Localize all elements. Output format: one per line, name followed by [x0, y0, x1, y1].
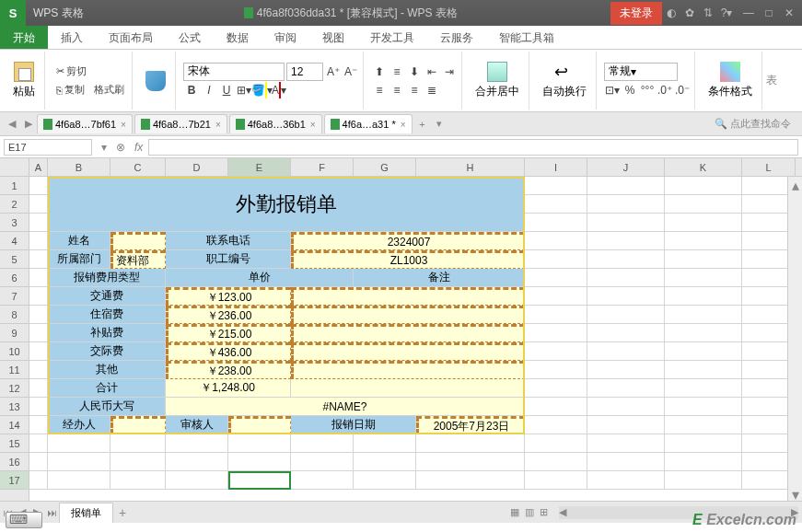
vscrollbar[interactable]: ▴ ▾	[787, 177, 802, 501]
indent-inc-button[interactable]: ⇥	[441, 64, 458, 80]
doctab-3[interactable]: 4f6a8…36b1×	[229, 114, 322, 133]
align-left-button[interactable]: ≡	[371, 82, 388, 98]
bold-button[interactable]: B	[183, 82, 200, 98]
label-sum[interactable]: 合计	[48, 379, 166, 398]
cell[interactable]	[29, 287, 48, 306]
cell[interactable]	[525, 250, 587, 269]
label-price[interactable]: 单价	[166, 269, 354, 287]
doctab-list[interactable]: ▾	[431, 118, 447, 130]
tab-view[interactable]: 视图	[309, 26, 357, 49]
col-I[interactable]: I	[525, 158, 587, 176]
label-t2[interactable]: 住宿费	[48, 306, 166, 324]
row-4[interactable]: 4	[0, 232, 29, 250]
align-top-button[interactable]: ⬆	[371, 64, 388, 80]
tab-dev[interactable]: 开发工具	[357, 26, 427, 49]
cell[interactable]	[587, 379, 665, 398]
close-icon[interactable]: ×	[401, 120, 406, 130]
close-icon[interactable]: ×	[215, 120, 221, 130]
cell[interactable]	[525, 471, 587, 490]
cell[interactable]	[354, 471, 416, 490]
label-t1[interactable]: 交通费	[48, 287, 166, 306]
cut-button[interactable]: ✂ 剪切	[52, 64, 90, 79]
cell[interactable]	[525, 398, 587, 416]
select-all-corner[interactable]	[0, 158, 29, 176]
doctab-next[interactable]: ▶	[20, 118, 37, 130]
help-icon[interactable]: ?▾	[717, 6, 736, 19]
col-C[interactable]: C	[110, 158, 166, 176]
skin-icon[interactable]: ◐	[662, 6, 680, 19]
close-button[interactable]: ✕	[780, 6, 798, 19]
cell[interactable]	[291, 453, 354, 471]
cell[interactable]	[665, 398, 742, 416]
cell[interactable]	[29, 471, 48, 490]
decrease-font-button[interactable]: A⁻	[343, 64, 359, 80]
cell[interactable]	[665, 232, 742, 250]
cell[interactable]	[525, 177, 587, 195]
tab-formula[interactable]: 公式	[166, 26, 214, 49]
cell[interactable]	[29, 195, 48, 214]
cell[interactable]	[110, 453, 166, 471]
cell[interactable]	[665, 342, 742, 361]
cell[interactable]	[29, 306, 48, 324]
row-9[interactable]: 9	[0, 324, 29, 342]
cell[interactable]	[525, 434, 587, 453]
row-16[interactable]: 16	[0, 453, 29, 471]
fx-cancel[interactable]: ⊗	[112, 141, 129, 154]
row-3[interactable]: 3	[0, 214, 29, 232]
cell[interactable]	[110, 471, 166, 490]
cell[interactable]	[291, 471, 354, 490]
row-10[interactable]: 10	[0, 342, 29, 361]
cell[interactable]	[228, 434, 291, 453]
cell[interactable]	[665, 214, 742, 232]
remark-1[interactable]	[291, 287, 525, 306]
cell[interactable]	[587, 471, 665, 490]
val-dept[interactable]: 资料部	[110, 250, 166, 269]
indent-dec-button[interactable]: ⇤	[424, 64, 440, 80]
cell[interactable]	[29, 324, 48, 342]
doctab-2[interactable]: 4f6a8…7b21×	[134, 114, 227, 133]
justify-button[interactable]: ≣	[424, 82, 440, 98]
label-t5[interactable]: 其他	[48, 361, 166, 379]
row-1[interactable]: 1	[0, 177, 29, 195]
copy-button[interactable]: ⎘ 复制	[52, 82, 88, 98]
col-J[interactable]: J	[587, 158, 665, 176]
cell[interactable]	[29, 453, 48, 471]
cell[interactable]	[525, 195, 587, 214]
spreadsheet-grid[interactable]: A B C D E F G H I J K L 1234567891011121…	[0, 158, 802, 501]
col-B[interactable]: B	[48, 158, 110, 176]
dec-decimal-button[interactable]: .0⁻	[674, 82, 691, 98]
increase-font-button[interactable]: A⁺	[325, 64, 342, 80]
cell[interactable]	[48, 453, 110, 471]
inc-decimal-button[interactable]: .0⁺	[657, 82, 673, 98]
fx-icon[interactable]: fx	[129, 141, 148, 154]
cell[interactable]	[29, 250, 48, 269]
label-date[interactable]: 报销日期	[291, 416, 416, 434]
cell[interactable]	[29, 398, 48, 416]
underline-button[interactable]: U	[218, 82, 235, 98]
paste-button[interactable]: 粘贴	[7, 60, 41, 101]
cell[interactable]	[587, 416, 665, 434]
label-remark[interactable]: 备注	[354, 269, 525, 287]
cell[interactable]	[665, 471, 742, 490]
cell[interactable]	[166, 453, 228, 471]
format-painter-button[interactable]: 格式刷	[90, 82, 128, 98]
cell[interactable]	[587, 324, 665, 342]
cell[interactable]	[665, 287, 742, 306]
remark-2[interactable]	[291, 306, 525, 324]
val-p4[interactable]: ￥436.00	[166, 342, 291, 361]
doctab-1[interactable]: 4f6a8…7bf61×	[37, 114, 133, 133]
val-empno[interactable]: ZL1003	[291, 250, 525, 269]
col-L[interactable]: L	[742, 158, 796, 176]
cell[interactable]	[665, 416, 742, 434]
cell[interactable]	[587, 287, 665, 306]
border-button[interactable]: ⊞▾	[236, 82, 252, 98]
cell[interactable]	[587, 453, 665, 471]
cell[interactable]	[29, 214, 48, 232]
label-auditor[interactable]: 审核人	[166, 416, 228, 434]
col-E[interactable]: E	[228, 158, 291, 176]
size-combo[interactable]: 12	[286, 63, 323, 81]
tab-insert[interactable]: 插入	[48, 26, 96, 49]
label-handler[interactable]: 经办人	[48, 416, 110, 434]
cell[interactable]	[587, 232, 665, 250]
align-mid-button[interactable]: ≡	[389, 64, 405, 80]
